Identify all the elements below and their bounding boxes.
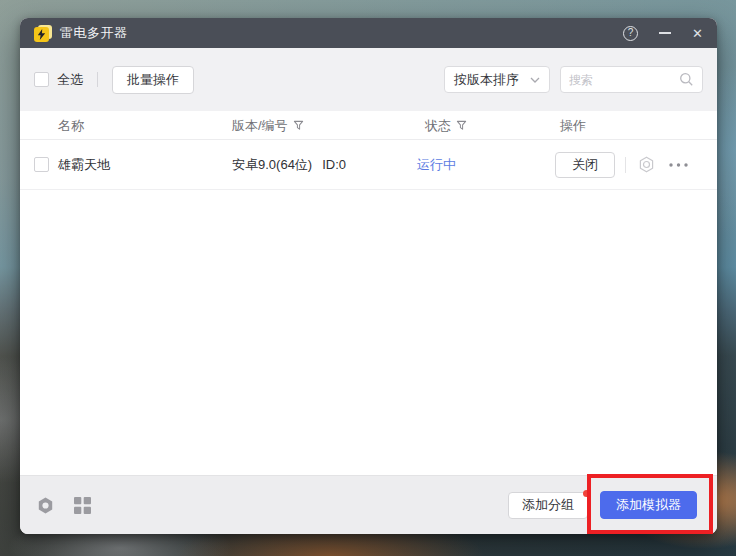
search-input[interactable] [569,73,679,87]
column-header-name: 名称 [58,111,84,140]
instance-id: ID:0 [322,140,346,190]
group-grid-icon[interactable] [74,497,91,514]
window-title: 雷电多开器 [60,24,128,42]
close-instance-button[interactable]: 关闭 [555,152,615,178]
search-box [560,66,703,93]
app-window: 雷电多开器 ? ✕ 全选 批量操作 按版本排序 [20,18,717,534]
table-header: 名称 版本/编号 状态 操作 [20,111,717,140]
add-group-label: 添加分组 [522,496,574,514]
chevron-down-icon [530,77,540,83]
column-header-operations: 操作 [560,111,586,140]
instance-settings-icon[interactable] [637,155,656,174]
titlebar: 雷电多开器 ? ✕ [20,18,717,48]
close-icon[interactable]: ✕ [692,26,703,41]
row-actions-divider [625,157,626,173]
minimize-icon[interactable] [659,27,671,40]
filter-icon[interactable] [456,120,467,131]
footer-bar: 添加分组 添加模拟器 [20,475,717,534]
desktop-wallpaper: 雷电多开器 ? ✕ 全选 批量操作 按版本排序 [0,0,736,556]
settings-gear-icon[interactable] [36,496,55,515]
app-logo-icon [34,25,52,42]
column-header-status: 状态 [425,111,467,140]
sort-dropdown-value: 按版本排序 [454,71,519,89]
more-actions-icon[interactable] [668,162,689,168]
status-badge: 运行中 [417,140,456,190]
help-icon[interactable]: ? [623,26,638,41]
row-checkbox[interactable] [34,157,49,172]
list-empty-area [20,190,717,475]
batch-operations-button[interactable]: 批量操作 [112,66,194,94]
select-all-label[interactable]: 全选 [57,71,83,89]
toolbar: 全选 批量操作 按版本排序 [20,48,717,111]
filter-icon[interactable] [293,120,304,131]
notification-dot [583,490,590,497]
toolbar-divider [97,72,98,87]
search-icon[interactable] [679,72,694,87]
add-emulator-button[interactable]: 添加模拟器 [600,491,697,519]
instance-version: 安卓9.0(64位) ID:0 [232,140,346,190]
lightning-bolt-icon [37,29,46,40]
add-group-button[interactable]: 添加分组 [508,492,588,519]
column-header-version: 版本/编号 [232,111,304,140]
select-all-checkbox[interactable] [34,72,49,87]
table-row: 雄霸天地 安卓9.0(64位) ID:0 运行中 关闭 [20,140,717,190]
instance-name: 雄霸天地 [58,140,110,190]
sort-dropdown[interactable]: 按版本排序 [444,66,550,93]
